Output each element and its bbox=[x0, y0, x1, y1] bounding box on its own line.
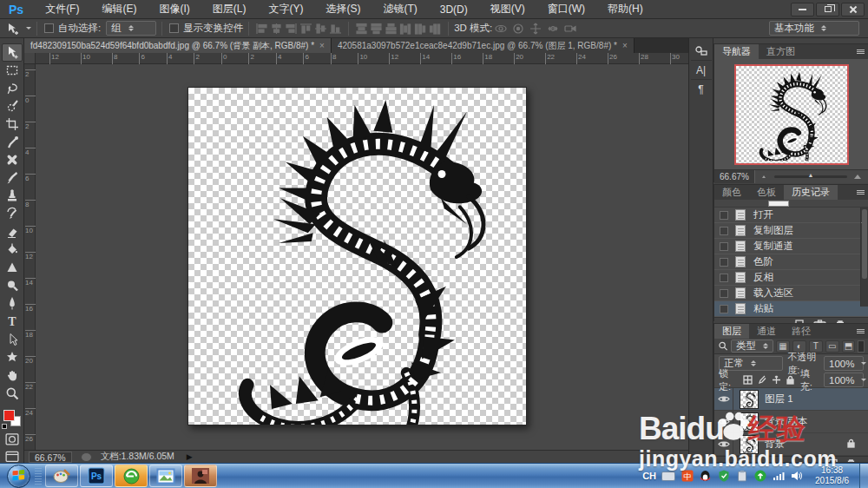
menu-3d[interactable]: 3D(D) bbox=[429, 3, 479, 16]
fill-select[interactable]: 100% bbox=[824, 373, 864, 387]
align-bottom-icon[interactable] bbox=[329, 23, 342, 35]
lasso-tool[interactable] bbox=[2, 79, 23, 97]
foreground-color-swatch[interactable] bbox=[3, 410, 15, 421]
history-step-invert[interactable]: 反相 bbox=[714, 270, 868, 286]
distribute-bottom-icon[interactable] bbox=[385, 23, 398, 35]
dodge-tool[interactable] bbox=[2, 276, 23, 294]
menu-layer[interactable]: 图层(L) bbox=[201, 2, 258, 16]
zoom-out-icon[interactable] bbox=[762, 175, 766, 178]
type-tool[interactable]: T bbox=[2, 313, 23, 331]
tab-color[interactable]: 颜色 bbox=[714, 185, 749, 200]
eraser-tool[interactable] bbox=[2, 222, 23, 241]
visibility-toggle[interactable] bbox=[714, 433, 733, 455]
move-tool-preset-icon[interactable] bbox=[5, 22, 19, 36]
screen-mode-icon[interactable] bbox=[4, 451, 20, 463]
navigator-preview[interactable] bbox=[734, 64, 849, 165]
layer-name[interactable]: 背景 副本 bbox=[765, 415, 807, 428]
3d-rotate-icon[interactable] bbox=[494, 23, 508, 35]
tab-history[interactable]: 历史记录 bbox=[784, 185, 838, 200]
tray-volume-icon[interactable] bbox=[790, 470, 803, 483]
menu-view[interactable]: 视图(V) bbox=[479, 2, 536, 16]
history-step-duplicate-channel[interactable]: 复制通道 bbox=[714, 239, 868, 254]
menu-filter[interactable]: 滤镜(T) bbox=[372, 2, 428, 16]
show-desktop-button[interactable] bbox=[859, 464, 868, 488]
marquee-tool[interactable] bbox=[2, 62, 23, 80]
filter-type-select[interactable]: 类型 bbox=[731, 340, 773, 353]
history-source-checkbox[interactable] bbox=[720, 258, 728, 267]
history-snapshot-row[interactable] bbox=[714, 200, 868, 208]
path-select-tool[interactable] bbox=[2, 330, 23, 348]
quick-select-tool[interactable] bbox=[2, 97, 23, 115]
zoom-in-icon[interactable] bbox=[854, 175, 861, 179]
paragraph-panel-button[interactable]: ¶ bbox=[691, 80, 712, 99]
start-button[interactable] bbox=[7, 465, 30, 488]
align-left-icon[interactable] bbox=[255, 23, 268, 35]
taskbar-image-viewer[interactable] bbox=[149, 465, 182, 487]
history-brush-tool[interactable] bbox=[2, 205, 23, 223]
3d-roll-icon[interactable] bbox=[511, 23, 525, 35]
crop-tool[interactable] bbox=[2, 115, 23, 134]
history-source-checkbox[interactable] bbox=[720, 227, 728, 235]
zoom-level-field[interactable]: 66.67% bbox=[29, 452, 72, 463]
menu-image[interactable]: 图像(I) bbox=[148, 2, 201, 16]
zoom-tool[interactable] bbox=[2, 384, 23, 402]
close-button[interactable] bbox=[841, 3, 865, 16]
history-step-paste[interactable]: 粘贴 bbox=[714, 301, 868, 317]
scrubby-zoom-icon[interactable] bbox=[81, 452, 92, 462]
taskbar-paint[interactable] bbox=[45, 465, 78, 487]
tray-qq-icon[interactable] bbox=[699, 470, 712, 483]
auto-select-target-select[interactable]: 组 bbox=[106, 21, 156, 36]
layer-row-3[interactable]: 背景 bbox=[714, 433, 868, 456]
menu-edit[interactable]: 编辑(E) bbox=[90, 2, 148, 16]
taskbar-photos-app[interactable] bbox=[184, 465, 217, 487]
tray-shield-icon[interactable] bbox=[717, 470, 730, 483]
default-colors-icon[interactable] bbox=[2, 424, 7, 429]
history-source-checkbox[interactable] bbox=[720, 211, 728, 220]
eyedropper-tool[interactable] bbox=[2, 133, 23, 151]
filter-toggle[interactable] bbox=[858, 340, 865, 353]
tab-channels[interactable]: 通道 bbox=[749, 324, 784, 339]
lock-transparency-icon[interactable] bbox=[742, 375, 753, 386]
3d-camera-icon[interactable] bbox=[563, 23, 577, 35]
healing-tool[interactable] bbox=[2, 151, 23, 169]
layer-thumbnail[interactable] bbox=[740, 412, 759, 432]
opacity-select[interactable]: 100% bbox=[824, 356, 864, 371]
clone-source-panel-button[interactable] bbox=[691, 42, 712, 61]
workspace-switcher[interactable]: 基本功能 bbox=[769, 21, 859, 36]
taskbar-clock[interactable]: 16:38 2015/8/6 bbox=[815, 465, 849, 486]
history-step-load-selection[interactable]: 载入选区 bbox=[714, 286, 868, 301]
layer-name[interactable]: 图层 1 bbox=[765, 392, 793, 406]
hand-tool[interactable] bbox=[2, 366, 23, 385]
history-source-checkbox[interactable] bbox=[720, 242, 728, 251]
navigator-zoom-slider[interactable]: ▲ bbox=[774, 175, 847, 178]
panel-menu-icon[interactable] bbox=[852, 44, 868, 59]
menu-type[interactable]: 文字(Y) bbox=[257, 2, 314, 16]
shape-filter-icon[interactable]: ▭ bbox=[825, 340, 839, 353]
3d-drag-icon[interactable] bbox=[529, 23, 542, 35]
brush-tool[interactable] bbox=[2, 169, 23, 188]
pen-tool[interactable] bbox=[2, 294, 23, 313]
layer-thumbnail[interactable] bbox=[740, 390, 759, 409]
lock-position-icon[interactable] bbox=[771, 375, 781, 386]
menu-help[interactable]: 帮助(H) bbox=[596, 2, 654, 16]
keyboard-icon[interactable] bbox=[661, 472, 675, 481]
panel-menu-icon[interactable] bbox=[852, 324, 868, 339]
bucket-tool[interactable] bbox=[2, 241, 23, 259]
distribute-top-icon[interactable] bbox=[355, 23, 368, 35]
tab-navigator[interactable]: 导航器 bbox=[714, 44, 759, 59]
history-step-duplicate-layer[interactable]: 复制图层 bbox=[714, 223, 868, 239]
restore-button[interactable] bbox=[816, 3, 839, 16]
history-source-checkbox[interactable] bbox=[720, 274, 728, 282]
document-canvas[interactable] bbox=[187, 87, 527, 425]
history-step-levels[interactable]: 色阶 bbox=[714, 254, 868, 270]
auto-select-checkbox[interactable] bbox=[44, 23, 54, 33]
blur-tool[interactable] bbox=[2, 259, 23, 277]
distribute-left-icon[interactable] bbox=[399, 23, 412, 35]
history-scrollbar[interactable] bbox=[860, 208, 868, 307]
menu-select[interactable]: 选择(S) bbox=[314, 2, 372, 16]
language-indicator[interactable]: CH bbox=[642, 471, 656, 481]
distribute-middle-icon[interactable] bbox=[370, 23, 383, 35]
lock-pixels-icon[interactable] bbox=[757, 375, 767, 386]
quick-mask-icon[interactable] bbox=[4, 433, 20, 445]
tray-update-icon[interactable] bbox=[753, 470, 766, 483]
